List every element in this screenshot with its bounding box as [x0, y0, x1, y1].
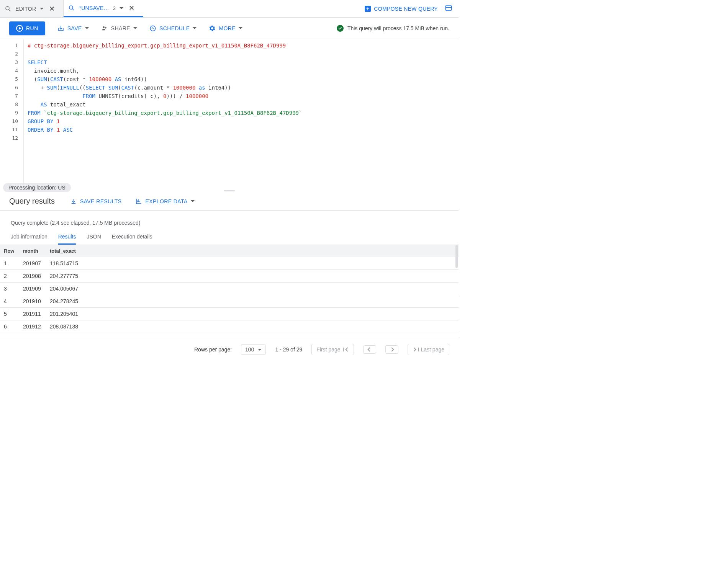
- tab-editor[interactable]: EDITOR ✕: [0, 0, 64, 17]
- results-title: Query results: [9, 197, 55, 206]
- more-label: MORE: [219, 25, 236, 31]
- chevron-down-icon[interactable]: [85, 27, 89, 29]
- chevron-down-icon[interactable]: [120, 7, 123, 9]
- query-complete-text: Query complete (2.4 sec elapsed, 17.5 MB…: [0, 211, 459, 230]
- tab-execution-details[interactable]: Execution details: [112, 230, 152, 245]
- status-text: This query will process 17.5 MiB when ru…: [347, 25, 449, 31]
- schedule-label: SCHEDULE: [159, 25, 190, 31]
- tab-unsaved-label: *UNSAVE…: [79, 5, 109, 11]
- save-icon: [57, 25, 64, 32]
- share-label: SHARE: [111, 25, 130, 31]
- check-icon: [337, 25, 344, 32]
- table-row: 1201907118.514715: [0, 257, 459, 270]
- gear-icon: [209, 25, 216, 32]
- svg-point-2: [69, 6, 73, 9]
- results-table: Row month total_exact 1201907118.5147152…: [0, 245, 459, 333]
- close-icon[interactable]: ✕: [127, 4, 136, 12]
- table-row: 4201910204.278245: [0, 295, 459, 308]
- first-page-button[interactable]: First page: [311, 344, 354, 355]
- save-results-button[interactable]: SAVE RESULTS: [70, 198, 122, 205]
- explore-data-label: EXPLORE DATA: [145, 198, 187, 204]
- chevron-down-icon[interactable]: [193, 27, 197, 29]
- run-button[interactable]: RUN: [9, 21, 45, 35]
- query-status: This query will process 17.5 MiB when ru…: [337, 25, 449, 32]
- tab-results[interactable]: Results: [58, 230, 76, 245]
- chevron-right-icon: [390, 347, 394, 351]
- prev-page-button[interactable]: [363, 345, 376, 354]
- table-row: 6201912208.087138: [0, 320, 459, 333]
- save-button[interactable]: SAVE: [57, 25, 89, 32]
- share-button[interactable]: SHARE: [101, 25, 137, 32]
- more-button[interactable]: MORE: [209, 25, 242, 32]
- run-label: RUN: [26, 25, 38, 31]
- toolbar: RUN SAVE SHARE SCHEDULE MORE This query …: [0, 18, 459, 39]
- clock-icon: [149, 25, 156, 32]
- results-table-wrap: Row month total_exact 1201907118.5147152…: [0, 245, 459, 339]
- table-row: 3201909204.005067: [0, 283, 459, 295]
- svg-point-0: [6, 7, 9, 10]
- rows-per-page-select[interactable]: 100: [241, 344, 266, 355]
- last-page-button[interactable]: Last page: [408, 344, 450, 355]
- tab-unsaved[interactable]: *UNSAVE… 2 ✕: [64, 0, 143, 17]
- tab-job-information[interactable]: Job information: [11, 230, 47, 245]
- pagination: Rows per page: 100 1 - 29 of 29 First pa…: [0, 339, 459, 360]
- svg-line-1: [9, 10, 10, 11]
- table-row: 2201908204.277775: [0, 270, 459, 283]
- chevron-down-icon[interactable]: [191, 200, 195, 202]
- tab-badge: 2: [113, 5, 116, 11]
- drag-handle[interactable]: [224, 190, 235, 191]
- tabs-row: EDITOR ✕ *UNSAVE… 2 ✕ + COMPOSE NEW QUER…: [0, 0, 459, 18]
- chart-icon: [135, 198, 142, 205]
- query-icon: [68, 5, 75, 11]
- table-row: 5201911201.205401: [0, 308, 459, 320]
- processing-location-badge: Processing location: US: [3, 183, 71, 192]
- query-icon: [5, 5, 11, 12]
- svg-line-3: [73, 9, 74, 10]
- code-area[interactable]: # ctg-storage.bigquery_billing_export.gc…: [24, 39, 459, 188]
- compose-label: COMPOSE NEW QUERY: [374, 6, 438, 12]
- play-icon: [16, 25, 23, 32]
- svg-point-6: [103, 26, 105, 28]
- chevron-down-icon[interactable]: [239, 27, 242, 29]
- line-gutter: 123456789101112: [0, 39, 24, 188]
- save-results-label: SAVE RESULTS: [80, 198, 122, 204]
- chevron-left-icon: [367, 347, 372, 351]
- result-tabs: Job information Results JSON Execution d…: [0, 230, 459, 245]
- close-icon[interactable]: ✕: [47, 5, 56, 13]
- explore-data-button[interactable]: EXPLORE DATA: [135, 198, 194, 205]
- rows-per-page-label: Rows per page:: [194, 346, 232, 353]
- compose-new-query-button[interactable]: + COMPOSE NEW QUERY: [365, 6, 438, 12]
- share-icon: [101, 25, 108, 32]
- svg-rect-4: [446, 6, 452, 10]
- col-month: month: [19, 245, 46, 257]
- plus-icon: +: [365, 6, 371, 12]
- chevron-down-icon[interactable]: [40, 8, 44, 10]
- download-icon: [70, 198, 77, 205]
- next-page-button[interactable]: [385, 345, 398, 354]
- tab-json[interactable]: JSON: [87, 230, 101, 245]
- chevron-down-icon[interactable]: [133, 27, 137, 29]
- sql-editor[interactable]: 123456789101112 # ctg-storage.bigquery_b…: [0, 39, 459, 188]
- scrollbar[interactable]: [455, 245, 458, 268]
- col-total: total_exact: [46, 245, 88, 257]
- col-row: Row: [0, 245, 19, 257]
- page-range: 1 - 29 of 29: [275, 346, 302, 353]
- panel-icon[interactable]: [445, 4, 452, 13]
- tab-editor-label: EDITOR: [15, 6, 36, 12]
- chevron-down-icon: [258, 349, 262, 351]
- save-label: SAVE: [67, 25, 82, 31]
- results-header: Query results SAVE RESULTS EXPLORE DATA: [0, 188, 459, 211]
- schedule-button[interactable]: SCHEDULE: [149, 25, 197, 32]
